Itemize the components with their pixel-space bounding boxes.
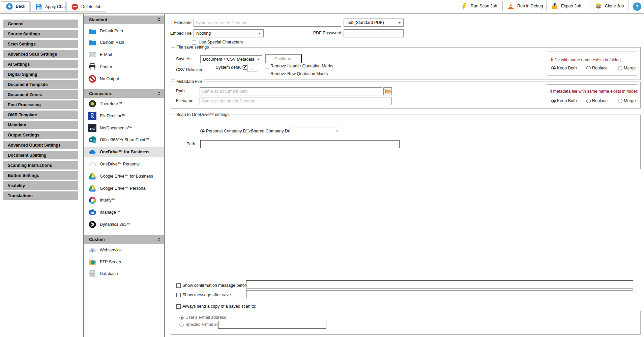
connector-label: OneDrive™ Personal [100,162,140,166]
users-email-radio[interactable] [179,315,184,320]
output-default-path[interactable]: Default Path [84,26,164,36]
browse-folder-button[interactable] [383,87,392,95]
sidebar-item-digital-signing[interactable]: Digital Signing [3,70,78,79]
sidebar-item-translations[interactable]: Translations [3,191,78,200]
specific-email-input[interactable] [218,321,326,329]
export-box-icon [551,2,558,10]
sidebar-item-scan-settings[interactable]: Scan Settings [3,40,78,48]
always-send-copy-checkbox[interactable] [176,304,181,309]
sidebar-item-document-zones[interactable]: Document Zones [3,90,78,99]
sidebar-item-general[interactable]: General [3,20,78,28]
personal-company-drive-radio[interactable] [200,129,205,133]
specific-email-radio[interactable] [179,323,184,327]
pdf-password-label: PDF Password [308,31,341,35]
connector-office365-sharepoint[interactable]: S Office365™/ SharePoint™ [84,134,164,145]
output-label: Printer [100,64,112,69]
sidebar-item-advanced-scan-settings[interactable]: Advanced Scan Settings [3,50,78,58]
system-default-checkbox[interactable] [243,65,247,70]
file-keep-both-radio[interactable] [551,66,556,70]
file-merge-label: Merge [624,66,636,70]
delete-job-button[interactable]: Delete Job [66,2,106,12]
folder-icon [88,38,96,47]
use-special-characters-checkbox[interactable] [192,40,196,44]
configure-button[interactable]: Configure [265,54,302,63]
custom-label: FTP Server [100,259,121,264]
sidebar-item-document-splitting[interactable]: Document Splitting [3,151,78,159]
output-printer[interactable]: Printer [84,61,164,72]
sidebar-item-source-settings[interactable]: Source Settings [3,30,78,38]
section-header-standard[interactable]: Standard [84,16,164,24]
section-header-custom[interactable]: Custom [84,235,164,244]
help-button[interactable]: ? [633,2,642,11]
pdf-password-input[interactable] [344,29,404,37]
chevron-down-icon [398,22,401,25]
sidebar-item-output-settings[interactable]: Output Settings [3,131,78,139]
section-header-connectors[interactable]: Connectors [84,89,164,98]
connector-google-drive-business[interactable]: Google Drive™ for Business [84,171,164,182]
save-as-dropdown[interactable]: Document + CSV Metadata [200,55,262,63]
metadata-path-input[interactable] [200,87,382,95]
therefore-icon [88,100,96,108]
format-dropdown[interactable]: .pdf (Standard PDF) [344,19,404,27]
connector-google-drive-personal[interactable]: Google Drive™ Personal [84,183,164,194]
connector-interfy[interactable]: Interfy™ [84,195,164,206]
sidebar-item-post-processing[interactable]: Post Processing [3,100,78,109]
run-scan-job-button[interactable]: Run Scan Job [456,1,502,11]
collapse-icon[interactable] [157,237,161,242]
connector-therefore[interactable]: Therefore™ [84,98,164,109]
svg-text:?: ? [636,4,639,9]
connector-onedrive-personal[interactable]: OneDrive™ Personal [84,159,164,170]
metadata-filename-input[interactable] [200,97,391,105]
custom-webservice[interactable]: Webservice [84,245,164,255]
run-in-debug-button[interactable]: Run in Debug [502,1,548,11]
export-job-button[interactable]: Export Job [546,1,586,11]
clone-job-button[interactable]: Clone Job [590,1,628,11]
sidebar-item-advanced-output-settings[interactable]: Advanced Output Settings [3,141,78,149]
sidebar-item-omr-template[interactable]: OMR Template [3,111,78,119]
sidebar-item-document-template[interactable]: Document Template [3,80,78,89]
collapse-icon[interactable] [157,91,161,96]
custom-ftp-server[interactable]: FTP Server [84,256,164,267]
metadata-replace-radio[interactable] [586,99,591,103]
metadata-merge-radio[interactable] [618,99,622,103]
file-merge-radio[interactable] [618,66,622,70]
sidebar-item-button-settings[interactable]: Button Settings [3,171,78,180]
file-conflict-box [547,52,637,76]
output-custom-path[interactable]: Custom Path [84,37,164,48]
confirm-message-input[interactable] [246,280,633,288]
accent-divider [83,14,84,337]
custom-database[interactable]: Database [84,268,164,279]
sidebar-item-visibility[interactable]: Visibility [3,181,78,190]
metadata-keep-both-radio[interactable] [551,99,556,103]
file-replace-radio[interactable] [586,66,591,70]
shared-company-drive-radio[interactable] [245,129,250,133]
traffic-cone-icon [507,2,515,10]
shared-drive-dropdown[interactable] [290,127,341,135]
onedrive-path-input[interactable] [200,140,400,148]
confirm-before-save-checkbox[interactable] [176,283,181,288]
use-special-characters-label: Use Special Characters [199,40,243,44]
output-no-output[interactable]: No Output [84,73,164,84]
csv-delimiter-input[interactable] [247,64,257,71]
connector-netdocuments[interactable]: nd NetDocuments™ [84,123,164,133]
after-save-message-input[interactable] [246,290,633,298]
sidebar-item-metadata[interactable]: Metadata [3,121,78,129]
message-after-save-checkbox[interactable] [176,293,181,297]
sidebar-item-ai-settings[interactable]: AI Settings [3,60,78,68]
connector-filedirector[interactable]: FileDirector™ [84,111,164,121]
connector-label: Interfy™ [100,198,116,203]
always-send-copy-label: Always send a copy of a saved scan to: [182,304,256,309]
remove-header-quotation-checkbox[interactable] [265,64,269,68]
embed-file-value: Nothing [196,31,211,36]
ftp-icon [88,258,96,266]
sidebar-item-scanning-instructions[interactable]: Scanning Instructions [3,161,78,170]
back-button[interactable]: Back [1,1,30,11]
connector-imanage[interactable]: m iManage™ [84,207,164,218]
output-email[interactable]: E-Mail [84,49,164,60]
configure-label: Configure [274,57,292,61]
remove-row-quotation-checkbox[interactable] [265,72,269,76]
connector-onedrive-business[interactable]: OneDrive™ for Business [84,147,164,157]
embed-file-dropdown[interactable]: Nothing [194,29,264,37]
connector-dynamics365[interactable]: Dynamics 365™ [84,219,164,230]
filename-input[interactable] [194,19,341,27]
